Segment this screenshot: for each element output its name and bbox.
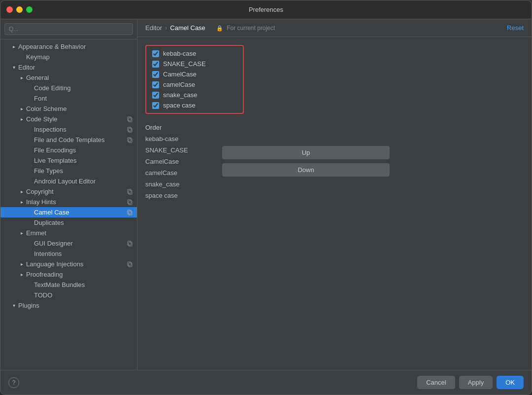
- spacer-icon: [26, 219, 33, 226]
- right-panel: Editor › Camel Case 🔒 For current projec…: [137, 19, 532, 370]
- order-list-item: snake_case: [145, 180, 214, 189]
- order-list-item: kebab-case: [145, 134, 214, 144]
- chevron-right-icon: [18, 230, 25, 237]
- sidebar-item-general[interactable]: General: [0, 72, 137, 83]
- down-button[interactable]: Down: [222, 163, 390, 177]
- checkbox-item-kebab-case: kebab-case: [152, 50, 237, 57]
- sidebar-item-inspections[interactable]: Inspections: [0, 124, 137, 135]
- copy-icon: [127, 210, 133, 215]
- panel-header: Editor › Camel Case 🔒 For current projec…: [137, 19, 532, 37]
- sidebar-item-copyright[interactable]: Copyright: [0, 186, 137, 197]
- order-buttons: Up Down: [222, 146, 390, 177]
- order-label: Order: [145, 124, 524, 131]
- sidebar-item-textmate-bundles[interactable]: TextMate Bundles: [0, 280, 137, 290]
- breadcrumb-separator: ›: [165, 24, 167, 32]
- sidebar-item-gui-designer[interactable]: GUI Designer: [0, 238, 137, 249]
- copy-icon: [127, 241, 133, 247]
- sidebar-item-inlay-hints[interactable]: Inlay Hints: [0, 197, 137, 207]
- help-button[interactable]: ?: [8, 377, 19, 388]
- checkbox-kebab-case[interactable]: [152, 50, 159, 57]
- chevron-right-icon: [10, 43, 17, 50]
- sidebar-item-code-style[interactable]: Code Style: [0, 114, 137, 124]
- checkbox-space-case[interactable]: [152, 102, 159, 109]
- sidebar-item-plugins[interactable]: Plugins: [0, 300, 137, 311]
- sidebar-item-color-scheme[interactable]: Color Scheme: [0, 104, 137, 114]
- reset-button[interactable]: Reset: [507, 24, 524, 32]
- cancel-button[interactable]: Cancel: [417, 376, 455, 389]
- sidebar-item-language-injections[interactable]: Language Injections: [0, 259, 137, 269]
- checkbox-camel-case-lower[interactable]: [152, 81, 159, 88]
- search-input[interactable]: [4, 23, 133, 35]
- order-section: Order kebab-case SNAKE_CASE CamelCase ca…: [145, 124, 524, 200]
- order-list: kebab-case SNAKE_CASE CamelCase camelCas…: [145, 134, 214, 200]
- checkbox-item-space-case: space case: [152, 102, 237, 109]
- sidebar-item-file-types[interactable]: File Types: [0, 166, 137, 176]
- checkbox-snake-case-upper[interactable]: [152, 61, 159, 68]
- window-title: Preferences: [249, 6, 283, 13]
- preferences-window: Preferences Appearance & Behavior Keymap: [0, 0, 532, 395]
- sidebar-item-editor[interactable]: Editor: [0, 62, 137, 72]
- spacer-icon: [26, 168, 33, 175]
- chevron-right-icon: [18, 116, 25, 123]
- sidebar-item-emmet[interactable]: Emmet: [0, 228, 137, 238]
- order-list-item: space case: [145, 191, 214, 200]
- sidebar-item-label: General: [26, 74, 133, 81]
- minimize-button[interactable]: [16, 6, 23, 13]
- sidebar-item-keymap[interactable]: Keymap: [0, 52, 137, 62]
- sidebar-item-file-code-templates[interactable]: File and Code Templates: [0, 135, 137, 145]
- ok-button[interactable]: OK: [497, 376, 524, 389]
- up-button[interactable]: Up: [222, 146, 390, 159]
- sidebar-item-label: Android Layout Editor: [34, 178, 133, 185]
- sidebar-item-live-templates[interactable]: Live Templates: [0, 155, 137, 166]
- svg-rect-7: [128, 189, 131, 193]
- spacer-icon: [26, 282, 33, 288]
- sidebar-item-label: File Encodings: [34, 146, 133, 154]
- checkbox-snake-case-lower[interactable]: [152, 92, 159, 99]
- copy-icon: [127, 189, 133, 195]
- copy-icon: [127, 261, 133, 267]
- breadcrumb: Editor › Camel Case 🔒 For current projec…: [145, 24, 507, 32]
- for-current-project-label: 🔒 For current project: [216, 25, 275, 32]
- sidebar-item-file-encodings[interactable]: File Encodings: [0, 145, 137, 155]
- sidebar-item-label: Code Style: [26, 115, 127, 123]
- sidebar-item-proofreading[interactable]: Proofreading: [0, 269, 137, 280]
- bottom-buttons: Cancel Apply OK: [417, 376, 524, 389]
- chevron-right-icon: [18, 271, 25, 278]
- sidebar-item-label: Proofreading: [26, 271, 133, 278]
- sidebar-item-android-layout-editor[interactable]: Android Layout Editor: [0, 176, 137, 186]
- copy-icon: [127, 127, 133, 133]
- checkbox-label: SNAKE_CASE: [163, 60, 206, 68]
- search-box: [0, 19, 137, 39]
- checkbox-label: CamelCase: [163, 71, 197, 78]
- svg-rect-14: [129, 263, 132, 267]
- sidebar-item-camel-case[interactable]: Camel Case: [0, 207, 137, 217]
- svg-rect-11: [128, 210, 131, 214]
- sidebar-item-label: Live Templates: [34, 157, 133, 164]
- checkbox-label: camelCase: [163, 81, 195, 88]
- sidebar-item-code-editing[interactable]: Code Editing: [0, 83, 137, 93]
- copy-icon: [127, 137, 133, 143]
- checkbox-camel-case-upper[interactable]: [152, 71, 159, 78]
- svg-rect-12: [129, 242, 132, 246]
- sidebar-item-intentions[interactable]: Intentions: [0, 249, 137, 259]
- sidebar-item-duplicates[interactable]: Duplicates: [0, 217, 137, 228]
- sidebar-item-appearance[interactable]: Appearance & Behavior: [0, 41, 137, 52]
- chevron-right-icon: [18, 106, 25, 112]
- apply-button[interactable]: Apply: [459, 376, 493, 389]
- close-button[interactable]: [6, 6, 13, 13]
- sidebar-item-font[interactable]: Font: [0, 93, 137, 104]
- sidebar-item-label: Plugins: [18, 302, 133, 309]
- order-content: kebab-case SNAKE_CASE CamelCase camelCas…: [145, 134, 524, 200]
- copy-icon: [127, 199, 133, 205]
- order-list-item: SNAKE_CASE: [145, 145, 214, 155]
- sidebar-item-label: File Types: [34, 167, 133, 175]
- maximize-button[interactable]: [26, 6, 33, 13]
- sidebar-item-todo[interactable]: TODO: [0, 290, 137, 300]
- title-bar: Preferences: [0, 0, 532, 19]
- spacer-icon: [26, 137, 33, 144]
- checkbox-group: kebab-case SNAKE_CASE CamelCase camelCas…: [145, 45, 244, 114]
- spacer-icon: [26, 157, 33, 164]
- sidebar-item-label: Duplicates: [34, 219, 133, 226]
- sidebar-tree: Appearance & Behavior Keymap Editor Gene…: [0, 39, 137, 370]
- sidebar-item-label: File and Code Templates: [34, 136, 127, 144]
